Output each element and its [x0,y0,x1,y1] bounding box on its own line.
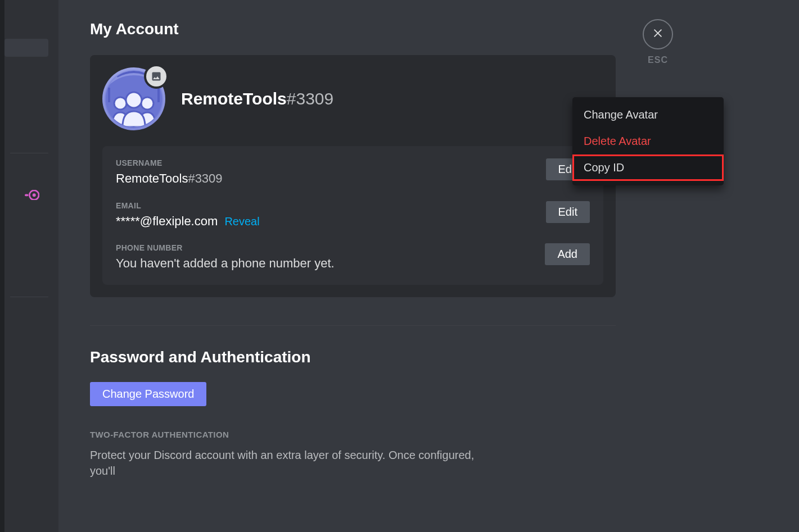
email-label: EMAIL [116,201,546,210]
profile-username: RemoteTools [181,89,287,108]
upload-avatar-icon[interactable] [146,66,166,87]
page-title: My Account [90,0,777,38]
context-copy-id[interactable]: Copy ID [572,154,724,181]
context-delete-avatar[interactable]: Delete Avatar [572,128,724,154]
edit-email-button[interactable]: Edit [546,201,590,223]
guild-strip [0,0,4,532]
phone-value: You haven't added a phone number yet. [116,256,545,271]
profile-display-name: RemoteTools#3309 [181,89,333,108]
twofa-description: Protect your Discord account with an ext… [90,447,484,479]
avatar-context-menu: Change Avatar Delete Avatar Copy ID [572,97,724,185]
twofa-label: TWO-FACTOR AUTHENTICATION [90,430,777,439]
nitro-icon[interactable] [25,190,39,200]
reveal-email-link[interactable]: Reveal [224,215,259,228]
username-discriminator: #3309 [188,171,222,185]
settings-content: My Account [58,0,799,532]
password-section-title: Password and Authentication [90,348,777,366]
close-icon [652,27,664,42]
svg-rect-2 [25,194,28,196]
username-label: USERNAME [116,158,546,167]
svg-point-1 [33,193,36,197]
settings-sidebar [0,0,58,532]
esc-label: ESC [643,55,673,65]
field-username: USERNAME RemoteTools#3309 Edit [116,158,590,201]
sidebar-divider [10,297,48,297]
account-card: RemoteTools#3309 USERNAME RemoteTools#33… [90,55,616,297]
profile-discriminator: #3309 [287,89,333,108]
add-phone-button[interactable]: Add [545,243,590,265]
close-button[interactable] [643,19,673,49]
sidebar-selected-item[interactable] [4,39,48,57]
account-fields: USERNAME RemoteTools#3309 Edit EMAIL ***… [102,146,603,285]
email-masked-value: *****@flexiple.com [116,214,218,228]
svg-point-7 [126,92,142,108]
username-value: RemoteTools#3309 [116,171,546,187]
username-name: RemoteTools [116,171,188,185]
section-divider [90,325,616,326]
phone-label: PHONE NUMBER [116,243,545,252]
context-change-avatar[interactable]: Change Avatar [572,102,724,128]
svg-point-5 [114,97,127,110]
email-value-row: *****@flexiple.com Reveal [116,213,546,229]
sidebar-divider [10,153,48,153]
avatar-wrapper[interactable] [102,67,165,130]
profile-row: RemoteTools#3309 [102,67,603,130]
field-phone: PHONE NUMBER You haven't added a phone n… [116,243,590,277]
change-password-button[interactable]: Change Password [90,382,206,406]
close-settings: ESC [643,19,673,65]
field-email: EMAIL *****@flexiple.com Reveal Edit [116,201,590,244]
svg-point-6 [141,97,154,110]
